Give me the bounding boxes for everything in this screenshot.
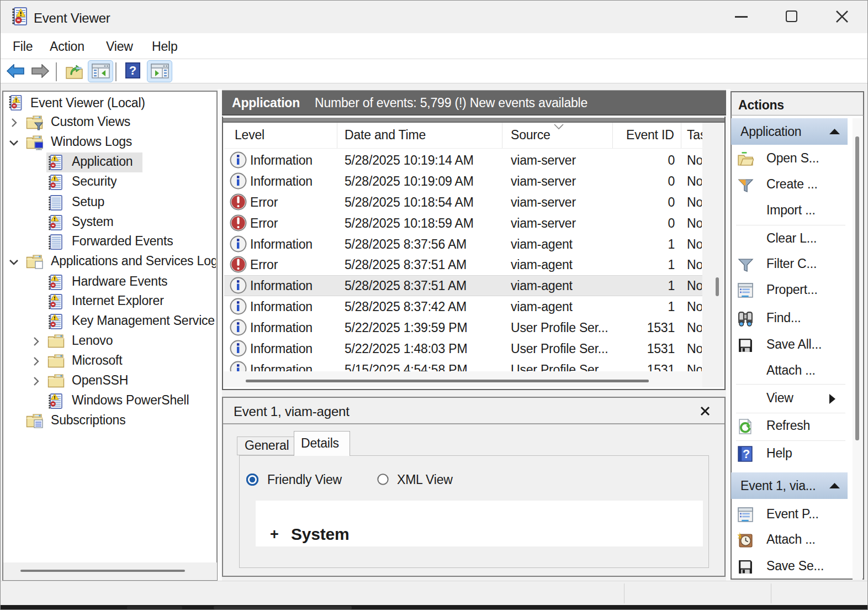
svg-text:?: ? xyxy=(743,447,750,461)
svg-text:?: ? xyxy=(129,64,136,77)
